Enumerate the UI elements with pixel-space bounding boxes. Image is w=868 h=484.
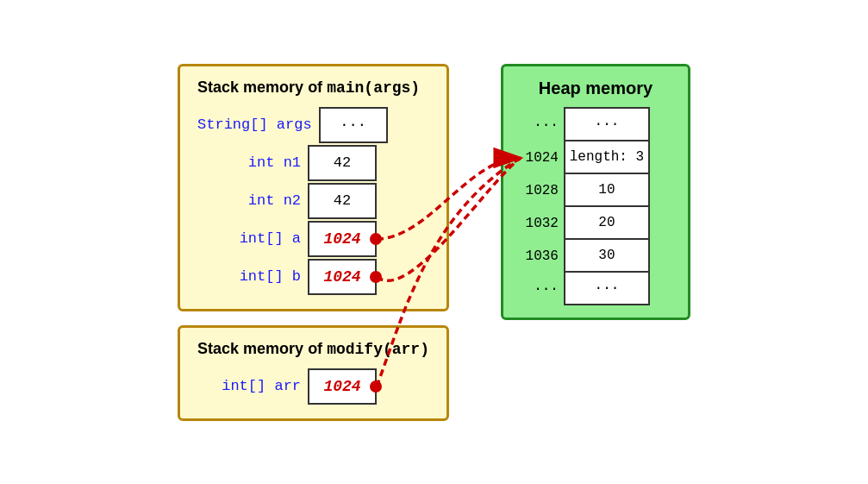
heap-box: Heap memory ··· ··· 1024 length: 3 1028 … [501,64,690,320]
modify-stack-rows: int[] arr 1024 [197,368,429,406]
var-label-arr: int[] arr [197,378,301,394]
table-row: String[] args ··· [197,107,429,143]
var-label-n2: int n2 [197,192,301,209]
var-label-b: int[] b [197,268,301,285]
main-stack-rows: String[] args ··· int n1 42 int n2 42 in… [197,107,429,297]
heap-addr-1032: 1032 [521,216,564,231]
var-label-args: String[] args [197,116,312,133]
list-item: 1032 20 [521,207,671,240]
list-item: 1024 length: 3 [521,141,671,174]
heap-title: Heap memory [521,79,671,98]
main-stack-box: Stack memory of main(args) String[] args… [178,64,449,311]
var-cell-args: ··· [319,107,388,143]
heap-addr-1024: 1024 [521,150,564,166]
heap-cell-1036: 30 [564,238,650,273]
main-stack-title: Stack memory of main(args) [197,79,429,97]
table-row: int[] a 1024 [197,221,429,257]
pointer-dot-a [370,233,382,245]
heap-cell-1024: length: 3 [564,140,650,174]
table-row: int[] arr 1024 [197,368,429,405]
pointer-dot-arr [370,380,382,393]
heap-addr-end: ··· [521,281,564,297]
var-cell-n2: 42 [308,183,377,219]
list-item: ··· ··· [521,109,671,141]
heap-addr-1028: 1028 [521,183,564,198]
list-item: ··· ··· [521,273,671,305]
modify-stack-title-code: modify(arr) [327,341,429,358]
var-label-a: int[] a [197,230,301,247]
main-stack-title-text: Stack memory [197,79,303,96]
modify-stack-title-text: Stack memory [197,340,303,357]
pointer-dot-b [370,271,382,283]
list-item: 1036 30 [521,240,671,273]
modify-stack-title: Stack memory of modify(arr) [197,340,429,358]
modify-stack-box: Stack memory of modify(arr) int[] arr 10… [178,325,449,421]
heap-addr-0: ··· [521,117,564,133]
heap-cell-end: ··· [564,271,650,305]
table-row: int n2 42 [197,183,429,219]
heap-cell-1032: 20 [564,205,650,240]
heap-cell-0: ··· [564,107,650,141]
main-stack-title-code: main(args) [327,79,420,97]
table-row: int[] b 1024 [197,259,429,295]
list-item: 1028 10 [521,174,671,207]
table-row: int n1 42 [197,145,429,181]
heap-cell-1028: 10 [564,173,650,207]
heap-rows: ··· ··· 1024 length: 3 1028 10 1032 20 1… [521,109,671,305]
var-cell-arr: 1024 [308,368,377,405]
heap-addr-1036: 1036 [521,248,564,264]
var-cell-b: 1024 [308,259,377,295]
var-cell-a: 1024 [308,221,377,257]
var-label-n1: int n1 [197,154,301,171]
var-cell-n1: 42 [308,145,377,181]
